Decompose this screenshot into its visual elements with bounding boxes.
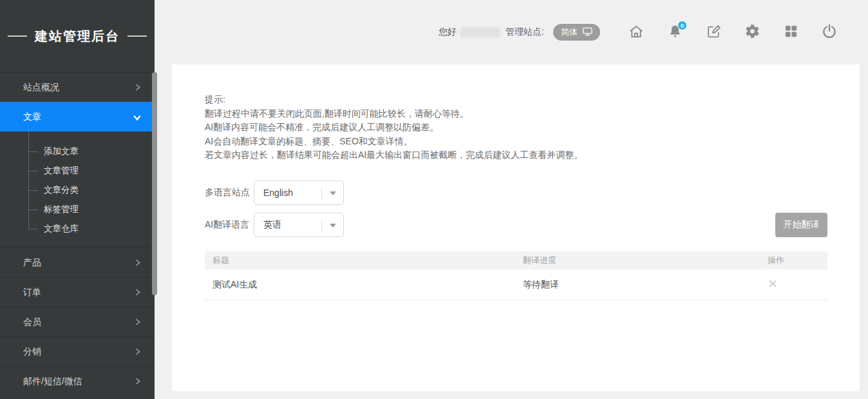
select-divider (321, 219, 322, 232)
table-row: 测试AI生成 等待翻译 (205, 269, 827, 300)
gear-icon (744, 23, 760, 41)
tips-line: AI翻译内容可能会不精准，完成后建议人工调整以防偏差。 (205, 121, 583, 135)
chevron-right-icon (133, 288, 142, 297)
submenu-item-article-library[interactable]: 文章仓库 (0, 219, 155, 238)
close-icon (768, 278, 778, 291)
site-language-pill[interactable]: 简体 (553, 24, 600, 41)
tips-block: 提示: 翻译过程中请不要关闭此页面,翻译时间可能比较长，请耐心等待。 AI翻译内… (205, 93, 583, 162)
tips-line: 翻译过程中请不要关闭此页面,翻译时间可能比较长，请耐心等待。 (205, 107, 583, 121)
notifications-button[interactable]: 0 (666, 23, 684, 41)
multilingual-site-row: 多语言站点 English (205, 180, 344, 205)
chevron-down-icon (133, 113, 142, 122)
manage-site-label: 管理站点: (505, 26, 544, 38)
submenu-item-tag-management[interactable]: 标签管理 (0, 200, 155, 219)
header-icon-bar: 0 (627, 23, 838, 41)
ai-translate-language-label: AI翻译语言 (205, 219, 254, 231)
chevron-right-icon (133, 83, 142, 92)
translation-table: 标题 翻译进度 操作 测试AI生成 等待翻译 (205, 251, 827, 300)
tips-line: AI会自动翻译文章的标题、摘要、SEO和文章详情。 (205, 135, 583, 149)
sidebar-item-label: 订单 (23, 287, 41, 298)
row-article-title: 测试AI生成 (205, 279, 515, 291)
selected-site-value: English (263, 188, 293, 198)
chevron-right-icon (133, 347, 142, 356)
sidebar-item-distribution[interactable]: 分销 (0, 336, 155, 366)
edit-icon (706, 23, 722, 41)
settings-button[interactable] (743, 23, 761, 41)
select-divider (321, 187, 322, 200)
table-header-title: 标题 (205, 255, 515, 266)
chevron-right-icon (133, 258, 142, 267)
submenu-item-add-article[interactable]: 添加文章 (0, 142, 155, 161)
sidebar-item-members[interactable]: 会员 (0, 307, 155, 336)
remove-row-button[interactable] (768, 278, 778, 291)
app-logo: 建站管理后台 (0, 0, 155, 72)
power-icon (821, 23, 838, 42)
content-card: 提示: 翻译过程中请不要关闭此页面,翻译时间可能比较长，请耐心等待。 AI翻译内… (172, 64, 860, 391)
logo-dash-right (127, 35, 147, 37)
tips-line: 若文章内容过长，翻译结果可能会超出AI最大输出窗口而被截断，完成后建议人工查看并… (205, 148, 583, 162)
multilingual-site-label: 多语言站点 (205, 187, 254, 199)
monitor-icon (583, 27, 592, 38)
redacted-username (460, 27, 500, 37)
table-header-progress: 翻译进度 (515, 255, 760, 266)
home-icon (628, 23, 645, 42)
row-translation-progress: 等待翻译 (515, 279, 760, 291)
sidebar-item-label: 分销 (23, 346, 41, 358)
home-button[interactable] (627, 23, 645, 41)
sidebar-item-site-overview[interactable]: 站点概况 (0, 72, 155, 102)
sidebar-item-label: 产品 (23, 257, 41, 269)
selected-language-value: 英语 (263, 219, 281, 231)
app-title: 建站管理后台 (35, 28, 120, 45)
start-translate-button[interactable]: 开始翻译 (775, 213, 827, 237)
sidebar-item-label: 站点概况 (23, 82, 59, 93)
submenu-item-article-management[interactable]: 文章管理 (0, 161, 155, 180)
sidebar-item-articles[interactable]: 文章 (0, 102, 155, 131)
grid-icon (784, 24, 798, 41)
sidebar-item-label: 文章 (23, 112, 41, 123)
sidebar-item-orders[interactable]: 订单 (0, 277, 155, 307)
sidebar-item-label: 邮件/短信/微信 (23, 376, 82, 387)
greeting: 您好 (439, 26, 505, 38)
logo-dash-left (8, 35, 27, 37)
apps-button[interactable] (782, 23, 800, 41)
edit-button[interactable] (704, 23, 722, 41)
top-bar: 您好 管理站点: 简体 0 (155, 0, 868, 64)
notification-badge: 0 (677, 21, 687, 30)
caret-down-icon (330, 224, 336, 228)
articles-submenu: 添加文章 文章管理 文章分类 标签管理 文章仓库 (0, 131, 155, 248)
site-pill-label: 简体 (561, 26, 578, 38)
submenu-item-article-category[interactable]: 文章分类 (0, 180, 155, 200)
caret-down-icon (330, 191, 336, 195)
ai-translate-language-select[interactable]: 英语 (254, 213, 344, 237)
logout-button[interactable] (820, 23, 838, 41)
sidebar-item-mail-sms-wechat[interactable]: 邮件/短信/微信 (0, 366, 155, 396)
sidebar-item-label: 会员 (23, 316, 41, 328)
chevron-right-icon (133, 318, 142, 326)
sidebar: 建站管理后台 站点概况 文章 添加文章 文章管理 文章分类 标签管理 文章仓库 … (0, 0, 155, 399)
sidebar-item-products[interactable]: 产品 (0, 248, 155, 277)
table-header-row: 标题 翻译进度 操作 (205, 251, 827, 269)
tips-title: 提示: (205, 93, 583, 107)
multilingual-site-select[interactable]: English (254, 180, 344, 205)
chevron-right-icon (133, 377, 142, 385)
sidebar-scrollbar-thumb[interactable] (152, 72, 157, 295)
ai-translate-language-row: AI翻译语言 英语 (205, 213, 344, 237)
greeting-label: 您好 (439, 26, 457, 38)
table-header-actions: 操作 (760, 255, 827, 266)
